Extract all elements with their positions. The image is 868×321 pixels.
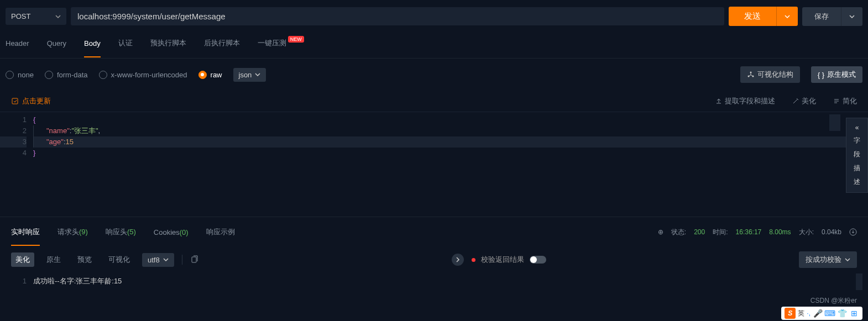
resp-tab-cookies[interactable]: Cookies(0)	[154, 225, 189, 240]
resp-view-raw[interactable]: 原生	[42, 252, 65, 267]
body-type-urlencoded[interactable]: x-www-form-urlencoded	[99, 71, 187, 79]
ime-lang[interactable]: 英	[798, 309, 804, 318]
raw-format-select[interactable]: json	[233, 68, 266, 82]
validate-toggle[interactable]	[530, 256, 546, 264]
response-status-bar: ⊕ 状态: 200 时间: 16:36:17 8.00ms 大小: 0.04kb	[658, 228, 857, 237]
resp-view-preview[interactable]: 预览	[73, 252, 96, 267]
chevron-right-icon	[455, 257, 461, 262]
time-clock: 16:36:17	[736, 228, 762, 236]
lines-icon	[833, 97, 840, 105]
resp-minimap[interactable]	[856, 273, 862, 290]
tab-post-script[interactable]: 后执行脚本	[204, 34, 240, 52]
chevron-down-icon	[255, 72, 260, 77]
body-type-raw[interactable]: raw	[198, 71, 222, 79]
ime-punct[interactable]: ·,	[807, 309, 811, 317]
resp-tab-resp-headers[interactable]: 响应头(5)	[106, 224, 136, 240]
resp-tab-req-headers[interactable]: 请求头(9)	[57, 224, 88, 240]
beautify-link[interactable]: 美化	[792, 96, 816, 106]
size-val: 0.04kb	[822, 228, 841, 236]
tab-query[interactable]: Query	[47, 35, 66, 52]
resp-content[interactable]: 成功啦--名字:张三丰年龄:15	[33, 273, 868, 312]
encoding-select[interactable]: utf8	[142, 253, 174, 267]
radio-icon	[99, 71, 107, 79]
new-badge: NEW	[288, 36, 304, 43]
editor-minimap[interactable]	[829, 114, 840, 131]
watermark: CSDN @米粉er	[811, 296, 857, 306]
chevron-down-icon	[785, 14, 790, 19]
braces-icon: { }	[818, 71, 824, 79]
svg-rect-5	[192, 257, 196, 262]
svg-rect-3	[12, 98, 18, 104]
radio-icon	[6, 71, 14, 79]
structure-icon	[747, 71, 755, 78]
chevron-down-icon	[163, 257, 169, 262]
method-value: POST	[11, 12, 30, 20]
chevron-down-icon	[55, 14, 61, 19]
download-icon[interactable]	[849, 228, 857, 236]
validate-success-button[interactable]: 按成功校验	[799, 251, 857, 268]
skin-icon[interactable]: 👕	[837, 308, 847, 318]
resp-tab-realtime[interactable]: 实时响应	[11, 224, 40, 240]
globe-icon: ⊕	[658, 228, 663, 236]
radio-icon	[45, 71, 53, 79]
radio-icon	[198, 71, 207, 79]
validate-label: 校验返回结果	[481, 255, 524, 265]
wand-icon	[792, 97, 799, 105]
status-dot-icon	[472, 258, 475, 262]
resp-line-gutter: 1	[0, 273, 33, 312]
mic-icon[interactable]: 🎤	[813, 308, 823, 318]
send-dropdown[interactable]	[776, 7, 798, 26]
resp-view-beautify[interactable]: 美化	[11, 252, 34, 267]
chevron-down-icon	[845, 257, 850, 262]
extract-fields-link[interactable]: 提取字段和描述	[715, 96, 775, 106]
body-type-form-data[interactable]: form-data	[45, 71, 88, 79]
collapse-toggle[interactable]	[452, 254, 464, 266]
send-button[interactable]: 发送	[729, 7, 776, 26]
upload-icon	[715, 97, 723, 105]
request-body-editor[interactable]: 1 2 3 4 { "name":"张三丰", "age":15 } « 字 段…	[0, 112, 868, 217]
simplify-link[interactable]: 简化	[833, 96, 857, 106]
tab-body[interactable]: Body	[84, 35, 101, 52]
divider	[182, 255, 182, 265]
native-mode-button[interactable]: { } 原生模式	[811, 66, 862, 83]
refresh-link[interactable]: 点击更新	[11, 96, 51, 106]
status-code: 200	[694, 228, 705, 236]
line-gutter: 1 2 3 4	[0, 112, 33, 217]
tab-stress-test[interactable]: 一键压测NEW	[258, 34, 302, 52]
grid-icon[interactable]: ⊞	[849, 308, 859, 318]
field-desc-panel-toggle[interactable]: « 字 段 描 述	[846, 118, 868, 193]
tab-header[interactable]: Header	[6, 35, 29, 52]
keyboard-icon[interactable]: ⌨	[825, 308, 835, 318]
save-dropdown[interactable]	[841, 7, 862, 26]
http-method-select[interactable]: POST	[6, 8, 66, 25]
resp-view-visual[interactable]: 可视化	[104, 252, 134, 267]
url-input[interactable]	[71, 7, 724, 25]
copy-icon[interactable]	[190, 255, 199, 264]
code-content[interactable]: { "name":"张三丰", "age":15 }	[33, 112, 868, 217]
ime-toolbar[interactable]: S 英 ·, 🎤 ⌨ 👕 ⊞	[781, 307, 862, 320]
tab-auth[interactable]: 认证	[118, 34, 133, 52]
duration: 8.00ms	[769, 228, 791, 236]
response-body-editor[interactable]: 1 成功啦--名字:张三丰年龄:15	[0, 273, 868, 312]
chevron-down-icon	[849, 14, 855, 19]
save-button[interactable]: 保存	[802, 7, 841, 26]
sogou-icon[interactable]: S	[785, 308, 796, 319]
tab-pre-script[interactable]: 预执行脚本	[150, 34, 186, 52]
svg-point-0	[750, 72, 751, 73]
resp-tab-example[interactable]: 响应示例	[206, 224, 235, 240]
collapse-icon: «	[855, 124, 859, 131]
refresh-icon	[11, 97, 19, 105]
body-type-none[interactable]: none	[6, 71, 34, 79]
visual-struct-button[interactable]: 可视化结构	[740, 66, 800, 83]
